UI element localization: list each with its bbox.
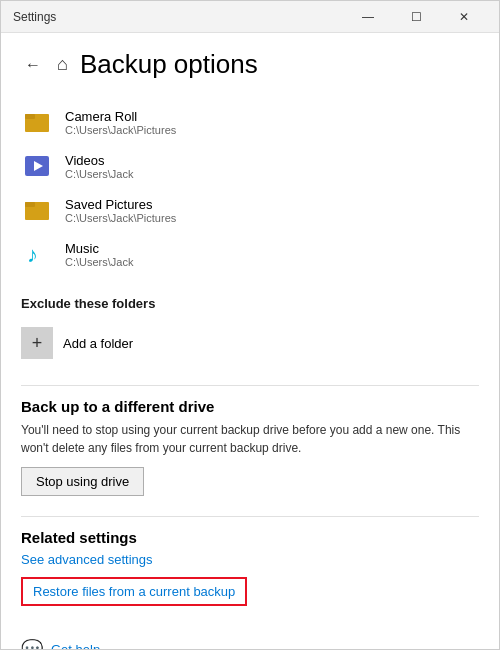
folder-info: Saved Pictures C:\Users\Jack\Pictures: [65, 197, 176, 224]
folder-path: C:\Users\Jack: [65, 168, 133, 180]
backup-drive-section: Back up to a different drive You'll need…: [21, 398, 479, 496]
related-settings-title: Related settings: [21, 529, 479, 546]
folder-info: Videos C:\Users\Jack: [65, 153, 133, 180]
folder-path: C:\Users\Jack\Pictures: [65, 212, 176, 224]
page-header: ← ⌂ Backup options: [21, 49, 479, 80]
list-item: ♪ Music C:\Users\Jack: [21, 232, 479, 276]
maximize-button[interactable]: ☐: [393, 5, 439, 29]
svg-rect-1: [25, 114, 35, 119]
saved-pictures-icon: [21, 194, 53, 226]
minimize-button[interactable]: —: [345, 5, 391, 29]
advanced-settings-link[interactable]: See advanced settings: [21, 552, 479, 567]
get-help-link[interactable]: Get help: [51, 642, 100, 651]
get-help-icon: 💬: [21, 638, 43, 650]
title-bar-controls: — ☐ ✕: [345, 5, 487, 29]
folder-name: Saved Pictures: [65, 197, 176, 212]
title-bar: Settings — ☐ ✕: [1, 1, 499, 33]
list-item: Saved Pictures C:\Users\Jack\Pictures: [21, 188, 479, 232]
close-button[interactable]: ✕: [441, 5, 487, 29]
add-folder-row[interactable]: + Add a folder: [21, 321, 479, 365]
stop-using-drive-button[interactable]: Stop using drive: [21, 467, 144, 496]
get-help-row: 💬 Get help: [21, 638, 479, 650]
backup-drive-desc: You'll need to stop using your current b…: [21, 421, 479, 457]
videos-icon: [21, 150, 53, 182]
folder-list: Camera Roll C:\Users\Jack\Pictures Video…: [21, 100, 479, 276]
restore-files-link[interactable]: Restore files from a current backup: [21, 577, 247, 606]
main-content: ← ⌂ Backup options Camera Roll C:\Users\…: [1, 33, 499, 650]
title-bar-left: Settings: [13, 10, 56, 24]
folder-name: Music: [65, 241, 133, 256]
music-icon: ♪: [21, 238, 53, 270]
divider: [21, 385, 479, 386]
folder-name: Camera Roll: [65, 109, 176, 124]
svg-rect-5: [25, 202, 35, 207]
exclude-section: Exclude these folders + Add a folder: [21, 296, 479, 365]
svg-text:♪: ♪: [27, 242, 38, 267]
folder-info: Music C:\Users\Jack: [65, 241, 133, 268]
backup-drive-title: Back up to a different drive: [21, 398, 479, 415]
exclude-label: Exclude these folders: [21, 296, 479, 311]
add-folder-icon[interactable]: +: [21, 327, 53, 359]
folder-name: Videos: [65, 153, 133, 168]
home-icon: ⌂: [57, 54, 68, 75]
add-folder-label: Add a folder: [63, 336, 133, 351]
folder-path: C:\Users\Jack: [65, 256, 133, 268]
back-button[interactable]: ←: [21, 54, 45, 76]
camera-roll-icon: [21, 106, 53, 138]
page-title: Backup options: [80, 49, 258, 80]
divider: [21, 516, 479, 517]
list-item: Videos C:\Users\Jack: [21, 144, 479, 188]
folder-path: C:\Users\Jack\Pictures: [65, 124, 176, 136]
title-bar-title: Settings: [13, 10, 56, 24]
related-settings-section: Related settings See advanced settings R…: [21, 529, 479, 622]
folder-info: Camera Roll C:\Users\Jack\Pictures: [65, 109, 176, 136]
list-item: Camera Roll C:\Users\Jack\Pictures: [21, 100, 479, 144]
